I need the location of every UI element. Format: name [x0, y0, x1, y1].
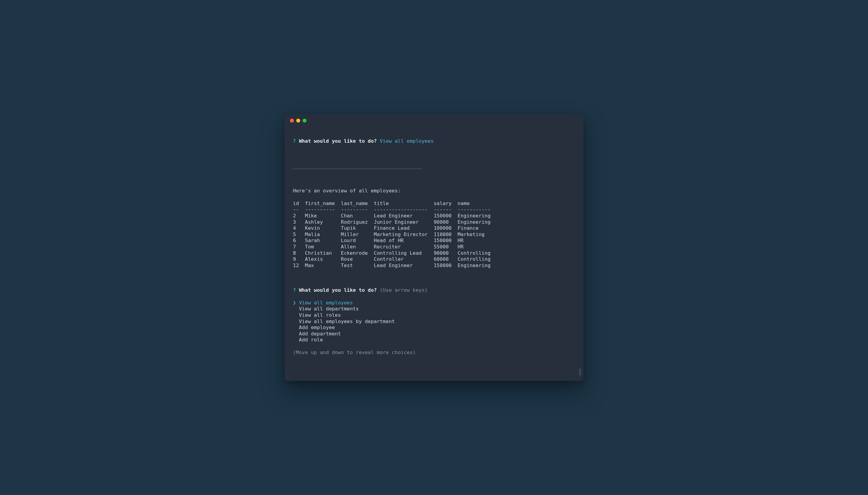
scrollbar-handle[interactable] [579, 368, 581, 375]
table-row: 2 Mike Chan Lead Engineer 150000 Enginee… [293, 213, 575, 219]
menu-item-label: View all employees by department [293, 319, 395, 324]
prompt-question: What would you like to do? [299, 287, 377, 293]
table-row: 12 Max Test Lead Engineer 150000 Enginee… [293, 262, 575, 269]
table-header: id first_name last_name title salary nam… [293, 201, 575, 207]
table-row: 5 Malia Miller Marketing Director 110000… [293, 232, 575, 238]
terminal-window: ? What would you like to do? View all em… [284, 114, 584, 381]
menu-item-label: View all departments [293, 306, 359, 312]
menu-item-label: Add role [293, 337, 323, 343]
close-icon[interactable] [290, 119, 294, 122]
prompt-line-active: ? What would you like to do? (Use arrow … [293, 287, 575, 294]
menu-item[interactable]: View all departments [293, 306, 575, 312]
menu-item[interactable]: View all employees by department [293, 319, 575, 325]
terminal-body[interactable]: ? What would you like to do? View all em… [284, 127, 584, 381]
blank-line [293, 275, 575, 281]
window-titlebar [284, 114, 584, 127]
menu-item-label: Add department [293, 331, 341, 337]
blank-line [293, 151, 575, 157]
menu-more-hint: (Move up and down to reveal more choices… [293, 349, 575, 356]
divider-line: ________________________________________… [293, 163, 575, 170]
table-row: 4 Kevin Tupik Finance Lead 100000 Financ… [293, 225, 575, 232]
menu-item[interactable]: Add role [293, 337, 575, 343]
prompt-marker: ? [293, 138, 296, 144]
table-row: 8 Christian Eckenrode Controlling Lead 9… [293, 250, 575, 257]
prompt-marker: ? [293, 287, 296, 293]
menu-item[interactable]: View all roles [293, 312, 575, 319]
menu-item-label: View all roles [293, 312, 341, 318]
prompt-hint: (Use arrow keys) [380, 287, 428, 293]
menu-item[interactable]: Add employee [293, 325, 575, 331]
prompt-answer: View all employees [380, 138, 434, 144]
menu-item-label: Add employee [293, 325, 335, 330]
menu-item[interactable]: Add department [293, 331, 575, 337]
menu-item[interactable]: ❯ View all employees [293, 300, 575, 306]
menu-item-label: View all employees [299, 300, 353, 306]
table-row: 3 Ashley Rodriguez Junior Engineer 90000… [293, 219, 575, 225]
table-row: 9 Alexis Rose Controller 60000 Controlli… [293, 256, 575, 262]
prompt-question: What would you like to do? [299, 138, 377, 144]
table-row: 6 Sarah Lourd Head of HR 150000 HR [293, 238, 575, 244]
table-row: 7 Tom Allen Recruiter 55000 HR [293, 244, 575, 250]
menu-list[interactable]: ❯ View all employees View all department… [293, 300, 575, 343]
table-divider: -- ---------- --------- ----------------… [293, 207, 575, 213]
employee-table: id first_name last_name title salary nam… [293, 201, 575, 269]
blank-line [293, 175, 575, 182]
minimize-icon[interactable] [296, 119, 300, 122]
menu-pointer-icon: ❯ [293, 300, 299, 306]
maximize-icon[interactable] [302, 119, 307, 122]
prompt-line-answered: ? What would you like to do? View all em… [293, 138, 575, 144]
overview-label: Here's an overview of all employees: [293, 188, 575, 194]
